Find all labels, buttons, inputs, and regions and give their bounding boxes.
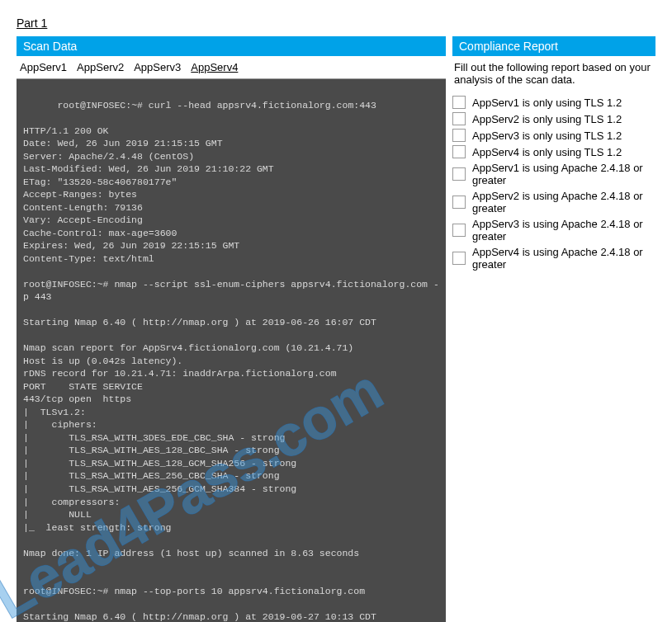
checkbox-6[interactable] xyxy=(452,224,466,237)
terminal-output: root@INFOSEC:~# curl --head appsrv4.fict… xyxy=(17,79,446,622)
check-row-5: AppServ2 is using Apache 2.4.18 or great… xyxy=(452,188,655,216)
check-row-4: AppServ1 is using Apache 2.4.18 or great… xyxy=(452,160,655,188)
server-tabs: AppServ1 AppServ2 AppServ3 AppServ4 xyxy=(17,56,446,79)
check-row-0: AppServ1 is only using TLS 1.2 xyxy=(452,94,655,111)
compliance-panel: Compliance Report Fill out the following… xyxy=(452,36,655,622)
tab-appserv1[interactable]: AppServ1 xyxy=(20,61,67,73)
compliance-instruction: Fill out the following report based on y… xyxy=(452,56,655,94)
check-row-3: AppServ4 is only using TLS 1.2 xyxy=(452,144,655,160)
checkbox-4[interactable] xyxy=(452,167,466,181)
compliance-header: Compliance Report xyxy=(452,36,655,56)
check-label-4: AppServ1 is using Apache 2.4.18 or great… xyxy=(472,162,655,186)
tab-appserv4[interactable]: AppServ4 xyxy=(191,61,238,73)
check-row-2: AppServ3 is only using TLS 1.2 xyxy=(452,127,655,144)
checkbox-5[interactable] xyxy=(452,196,466,209)
tab-appserv3[interactable]: AppServ3 xyxy=(134,61,181,73)
check-row-7: AppServ4 is using Apache 2.4.18 or great… xyxy=(452,244,655,272)
checkbox-0[interactable] xyxy=(452,96,466,109)
checkbox-3[interactable] xyxy=(452,145,466,158)
terminal-text: root@INFOSEC:~# curl --head appsrv4.fict… xyxy=(23,100,439,622)
check-label-0: AppServ1 is only using TLS 1.2 xyxy=(472,97,622,109)
check-label-6: AppServ3 is using Apache 2.4.18 or great… xyxy=(472,218,655,243)
tab-appserv2[interactable]: AppServ2 xyxy=(77,61,124,73)
check-label-3: AppServ4 is only using TLS 1.2 xyxy=(472,146,622,158)
check-label-2: AppServ3 is only using TLS 1.2 xyxy=(472,130,622,142)
checkbox-1[interactable] xyxy=(452,112,466,125)
check-label-5: AppServ2 is using Apache 2.4.18 or great… xyxy=(472,190,655,214)
scan-data-panel: Scan Data AppServ1 AppServ2 AppServ3 App… xyxy=(17,36,446,622)
check-label-1: AppServ2 is only using TLS 1.2 xyxy=(472,113,622,125)
part-link[interactable]: Part 1 xyxy=(17,16,47,30)
check-row-1: AppServ2 is only using TLS 1.2 xyxy=(452,111,655,127)
check-row-6: AppServ3 is using Apache 2.4.18 or great… xyxy=(452,216,655,244)
check-label-7: AppServ4 is using Apache 2.4.18 or great… xyxy=(472,246,655,271)
checkbox-7[interactable] xyxy=(452,252,466,265)
main-container: Scan Data AppServ1 AppServ2 AppServ3 App… xyxy=(17,36,655,622)
checkbox-2[interactable] xyxy=(452,129,466,142)
scan-data-header: Scan Data xyxy=(17,36,446,56)
